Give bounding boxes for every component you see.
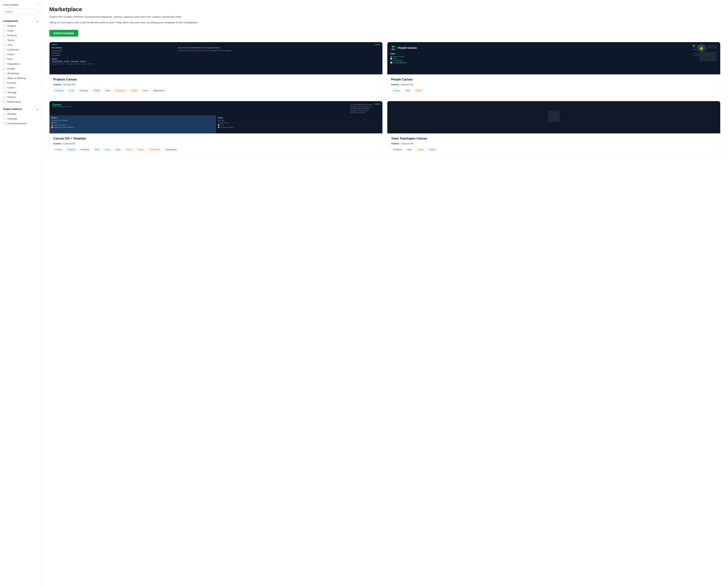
tag-docs[interactable]: Docs: [113, 148, 123, 151]
card-projects-canvas[interactable]: Canvas Tasks Database Projects Database …: [49, 42, 383, 96]
sidebar-item-time[interactable]: Time: [0, 43, 42, 47]
tag-teams[interactable]: Teams: [427, 148, 438, 151]
checkbox-target-scaleups[interactable]: [3, 118, 6, 120]
components-chevron-icon[interactable]: ⌄: [36, 20, 38, 22]
tag-integrations[interactable]: Integrations: [151, 89, 167, 92]
tag-people[interactable]: People: [391, 89, 402, 92]
tag-docs[interactable]: Docs: [403, 89, 412, 92]
tag-charts[interactable]: Charts: [129, 89, 140, 92]
tag-time[interactable]: Time: [103, 89, 112, 92]
sidebar-item-purpose[interactable]: Purpose: [0, 80, 42, 85]
tag-projects[interactable]: Projects: [66, 148, 78, 151]
sidebar-item-label: Strategy: [7, 91, 16, 94]
sidebar-item-label: Ways of Working: [7, 77, 26, 79]
sidebar-item-culture[interactable]: Culture: [0, 85, 42, 90]
page-desc-2: Sitting on some gems that could benefit …: [49, 21, 220, 25]
sidebar-item-performance[interactable]: Performance: [0, 99, 42, 104]
card-title-team-topologies: Team Topologies Canvas: [391, 137, 717, 140]
sidebar-item-workshops[interactable]: Workshops: [0, 71, 42, 76]
card-tags-people-canvas: PeopleDocsCharts: [391, 89, 717, 92]
target-audience-section-header: Target Audience ⌄: [0, 106, 42, 112]
checkbox-goals[interactable]: [3, 29, 6, 32]
card-people-canvas[interactable]: People Canvas Pages 👥 People Database 📝 …: [387, 42, 721, 96]
tag-products[interactable]: Products: [391, 148, 404, 151]
target-audience-label: Target Audience: [3, 107, 22, 111]
checkbox-target-startups[interactable]: [3, 113, 6, 115]
sidebar-item-strategy[interactable]: Strategy: [0, 90, 42, 95]
tag-people[interactable]: People: [53, 148, 64, 151]
checkbox-culture[interactable]: [3, 86, 6, 89]
checkbox-time[interactable]: [3, 44, 6, 46]
sidebar-item-products[interactable]: Products: [0, 33, 42, 38]
sidebar-item-integrations[interactable]: Integrations: [0, 62, 42, 66]
checkbox-people[interactable]: [3, 67, 6, 70]
checkbox-ways of working[interactable]: [3, 77, 6, 79]
checkbox-target-small businesses[interactable]: [3, 122, 6, 125]
target-audience-chevron-icon[interactable]: ⌄: [36, 107, 38, 111]
tag-goals[interactable]: Goals: [103, 148, 112, 151]
card-canvasos-template[interactable]: Canvas Building better businesses for hu…: [49, 101, 383, 155]
sidebar-item-docs[interactable]: Docs: [0, 57, 42, 62]
page-desc-1: Explore this curated collection of progr…: [49, 15, 220, 19]
sidebar-item-label: Time: [7, 44, 12, 46]
card-body-team-topologies: Team Topologies Canvas Author: Canvas:OS…: [387, 133, 720, 155]
checkbox-policies[interactable]: [3, 96, 6, 98]
sidebar-item-teams[interactable]: Teams: [0, 38, 42, 43]
submit-template-button[interactable]: Submit template: [49, 30, 78, 36]
card-tags-team-topologies: ProductsDocsChartsTeams: [391, 148, 717, 151]
sidebar-item-ways-of-working[interactable]: Ways of Working: [0, 76, 42, 80]
checkbox-integrations[interactable]: [3, 63, 6, 65]
tag-charts[interactable]: Charts: [414, 89, 424, 92]
tag-customers[interactable]: Customers: [113, 89, 128, 92]
sidebar-item-goals[interactable]: Goals: [0, 28, 42, 33]
search-input[interactable]: [2, 9, 39, 15]
tag-projects[interactable]: Projects: [53, 89, 66, 92]
sidebar-target-small-businesses[interactable]: Small Businesses: [0, 121, 42, 126]
checkbox-products[interactable]: [3, 34, 6, 37]
sidebar-item-label: Goals: [7, 29, 14, 32]
card-author-team-topologies: Author: Canvas:OS: [391, 142, 717, 145]
card-title-projects-canvas: Projects Canvas: [53, 78, 379, 81]
tag-products[interactable]: Products: [78, 89, 90, 92]
sidebar-target-scaleups[interactable]: Scaleups: [0, 116, 42, 121]
checkbox-purpose[interactable]: [3, 81, 6, 84]
tag-charts[interactable]: Charts: [415, 148, 426, 151]
tag-teams[interactable]: Teams: [135, 148, 146, 151]
checkbox-strategy[interactable]: [3, 91, 6, 94]
sidebar-item-label: Culture: [7, 86, 15, 89]
svg-point-3: [393, 48, 396, 50]
sidebar: Close Sidebar ‹ Components ⌄ ProjectsGoa…: [0, 0, 42, 586]
components-section-header: Components ⌄: [0, 18, 42, 24]
tag-goals[interactable]: Goals: [67, 89, 76, 92]
card-body-projects-canvas: Projects Canvas Author: Canvas:OS Projec…: [50, 74, 382, 96]
checkbox-customers[interactable]: [3, 48, 6, 51]
tag-charts[interactable]: Charts: [124, 148, 134, 151]
tag-products[interactable]: Products: [78, 148, 91, 151]
tag-docs[interactable]: Docs: [141, 89, 150, 92]
tag-teams[interactable]: Teams: [92, 89, 102, 92]
sidebar-item-label: Customers: [7, 48, 19, 51]
checkbox-charts[interactable]: [3, 53, 6, 56]
checkbox-performance[interactable]: [3, 101, 6, 103]
sidebar-item-people[interactable]: People: [0, 66, 42, 71]
tag-docs[interactable]: Docs: [405, 148, 414, 151]
sidebar-item-customers[interactable]: Customers: [0, 47, 42, 52]
components-label: Components: [3, 20, 18, 22]
close-sidebar-icon[interactable]: ‹: [37, 3, 38, 6]
card-team-topologies[interactable]: Team Topologies Canvas Author: Canvas:OS…: [387, 101, 721, 155]
tag-customers[interactable]: Customers: [147, 148, 162, 151]
sidebar-target-startups[interactable]: Startups: [0, 112, 42, 116]
sidebar-item-label: People: [7, 67, 15, 70]
sidebar-item-policies[interactable]: Policies: [0, 95, 42, 99]
tag-integrations[interactable]: Integrations: [163, 148, 179, 151]
checkbox-projects[interactable]: [3, 25, 6, 27]
card-tags-projects-canvas: ProjectsGoalsProductsTeamsTimeCustomersC…: [53, 89, 379, 92]
card-preview-people-canvas: People Canvas Pages 👥 People Database 📝 …: [387, 42, 720, 74]
checkbox-teams[interactable]: [3, 39, 6, 42]
sidebar-item-charts[interactable]: Charts: [0, 52, 42, 57]
tag-time[interactable]: Time: [93, 148, 101, 151]
checkbox-workshops[interactable]: [3, 72, 6, 75]
sidebar-item-projects[interactable]: Projects: [0, 24, 42, 28]
checkbox-docs[interactable]: [3, 58, 6, 60]
sidebar-target-label: Scaleups: [7, 117, 17, 120]
